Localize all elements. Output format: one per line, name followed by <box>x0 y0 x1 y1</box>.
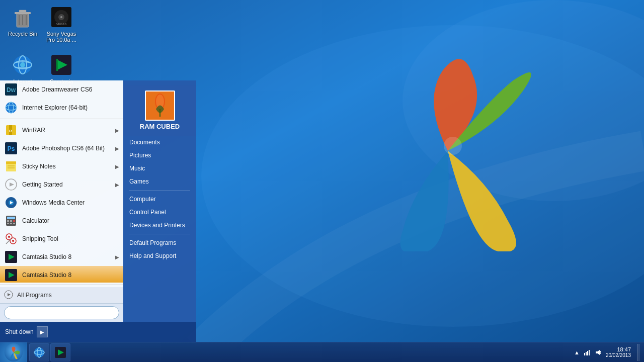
right-link-music[interactable]: Music <box>123 162 196 175</box>
svg-point-3 <box>444 137 462 155</box>
systray-time-area[interactable]: 18:47 20/02/2013 <box>606 346 631 358</box>
svg-text:Dw: Dw <box>7 86 16 94</box>
menu-divider-1 <box>0 119 123 119</box>
svg-text:Ps: Ps <box>8 145 15 152</box>
right-link-devices[interactable]: Devices and Printers <box>123 219 196 232</box>
menu-item-getting-started[interactable]: Getting Started ▶ <box>0 175 123 194</box>
svg-marker-59 <box>8 293 11 296</box>
menu-divider-2 <box>0 285 123 285</box>
all-programs-item[interactable]: All Programs <box>0 287 123 303</box>
svg-rect-42 <box>7 217 15 219</box>
snipping-label: Snipping Tool <box>22 235 119 242</box>
winrar-label: WinRAR <box>22 127 115 134</box>
start-menu-left: Dw Adobe Dreamweaver CS6 <box>0 80 123 322</box>
search-input[interactable] <box>4 306 119 319</box>
svg-marker-74 <box>596 350 600 355</box>
calculator-icon <box>4 214 18 228</box>
menu-item-camtasia-active[interactable]: Camtasia Studio 8 <box>0 266 123 283</box>
menu-item-ie64[interactable]: Internet Explorer (64-bit) <box>0 99 123 117</box>
menu-item-camtasia-8[interactable]: Camtasia Studio 8 ▶ <box>0 248 123 266</box>
svg-rect-21 <box>56 59 58 71</box>
svg-rect-33 <box>6 161 16 164</box>
start-menu: Dw Adobe Dreamweaver CS6 <box>0 80 196 342</box>
user-area: RAM CUBED <box>123 85 196 136</box>
network-icon <box>584 349 591 356</box>
svg-rect-70 <box>584 353 585 355</box>
right-link-games[interactable]: Games <box>123 175 196 188</box>
user-name: RAM CUBED <box>140 123 180 130</box>
svg-rect-72 <box>587 351 588 355</box>
menu-item-wmc[interactable]: Windows Media Center <box>0 194 123 212</box>
svg-marker-37 <box>10 183 14 187</box>
menu-items-top: Dw Adobe Dreamweaver CS6 <box>0 80 123 283</box>
sony-vegas-label: Sony Vegas Pro 10.0a ... <box>46 31 76 43</box>
systray-date: 20/02/2013 <box>606 352 631 358</box>
camtasia8-label: Camtasia Studio 8 <box>22 253 115 260</box>
menu-item-photoshop[interactable]: Ps Adobe Photoshop CS6 (64 Bit) ▶ <box>0 139 123 157</box>
dreamweaver-icon: Dw <box>4 82 18 97</box>
svg-rect-44 <box>10 220 12 222</box>
menu-item-dreamweaver[interactable]: Dw Adobe Dreamweaver CS6 <box>0 80 123 99</box>
svg-point-18 <box>20 62 25 67</box>
photoshop-icon: Ps <box>4 141 18 155</box>
menu-item-calculator[interactable]: Calculator <box>0 212 123 230</box>
sony-vegas-icon[interactable]: VEGAS Sony Vegas Pro 10.0a ... <box>41 5 82 43</box>
right-link-help[interactable]: Help and Support <box>123 249 196 262</box>
shutdown-label: Shut down <box>5 328 34 335</box>
menu-item-sticky-notes[interactable]: Sticky Notes ▶ <box>0 157 123 175</box>
sticky-notes-label: Sticky Notes <box>22 163 115 170</box>
svg-rect-46 <box>7 223 9 224</box>
camtasia8-arrow: ▶ <box>115 254 119 260</box>
volume-icon <box>595 349 602 356</box>
start-button[interactable] <box>0 342 27 363</box>
menu-item-winrar[interactable]: R WinRAR ▶ <box>0 121 123 139</box>
right-link-documents[interactable]: Documents <box>123 136 196 149</box>
winrar-arrow: ▶ <box>115 128 119 133</box>
taskbar: ▲ 18:47 20/02/2013 <box>0 342 644 362</box>
svg-rect-71 <box>586 352 587 355</box>
menu-item-snipping[interactable]: Snipping Tool <box>0 230 123 248</box>
win-logo-desktop <box>362 50 533 251</box>
shutdown-button[interactable]: Shut down ▶ <box>5 326 48 337</box>
svg-point-52 <box>12 240 14 242</box>
sticky-notes-arrow: ▶ <box>115 164 119 169</box>
camtasia-active-label: Camtasia Studio 8 <box>22 272 119 279</box>
all-programs-label: All Programs <box>17 292 52 299</box>
systray-time: 18:47 <box>617 346 631 352</box>
recycle-bin-icon[interactable]: Recycle Bin <box>3 5 43 37</box>
desktop: Recycle Bin VEGAS Sony Vegas Pro 10.0a .… <box>0 0 644 362</box>
start-menu-top: Dw Adobe Dreamweaver CS6 <box>0 80 196 322</box>
getting-started-arrow: ▶ <box>115 182 119 188</box>
ie64-icon <box>4 101 18 115</box>
all-programs-icon <box>4 290 14 300</box>
right-divider-2 <box>129 234 190 234</box>
photoshop-label: Adobe Photoshop CS6 (64 Bit) <box>22 145 115 152</box>
taskbar-camtasia-btn[interactable] <box>50 343 70 361</box>
svg-rect-47 <box>10 223 12 224</box>
wmc-icon <box>4 196 18 210</box>
svg-point-13 <box>60 16 62 18</box>
ie64-label: Internet Explorer (64-bit) <box>22 104 119 111</box>
right-link-pictures[interactable]: Pictures <box>123 149 196 162</box>
right-link-default-programs[interactable]: Default Programs <box>123 236 196 249</box>
tray-expand[interactable]: ▲ <box>574 349 580 355</box>
right-link-control-panel[interactable]: Control Panel <box>123 206 196 219</box>
systray: ▲ 18:47 20/02/2013 <box>570 344 644 361</box>
camtasia-active-icon <box>4 268 18 282</box>
start-menu-right: RAM CUBED Documents Pictures Music Games… <box>123 80 196 322</box>
sticky-notes-icon <box>4 159 18 173</box>
taskbar-ie-btn[interactable] <box>29 343 49 361</box>
getting-started-icon <box>4 177 18 192</box>
wmc-label: Windows Media Center <box>22 199 119 206</box>
snipping-icon <box>4 232 18 246</box>
right-link-computer[interactable]: Computer <box>123 193 196 206</box>
svg-text:VEGAS: VEGAS <box>56 23 67 26</box>
show-desktop-btn[interactable] <box>637 344 640 361</box>
user-avatar[interactable] <box>145 90 175 121</box>
svg-point-50 <box>8 236 10 238</box>
shutdown-arrow-btn[interactable]: ▶ <box>37 326 48 337</box>
camtasia8-icon <box>4 250 18 264</box>
svg-rect-73 <box>589 350 590 355</box>
taskbar-icons <box>29 343 70 361</box>
recycle-bin-label: Recycle Bin <box>8 31 37 37</box>
